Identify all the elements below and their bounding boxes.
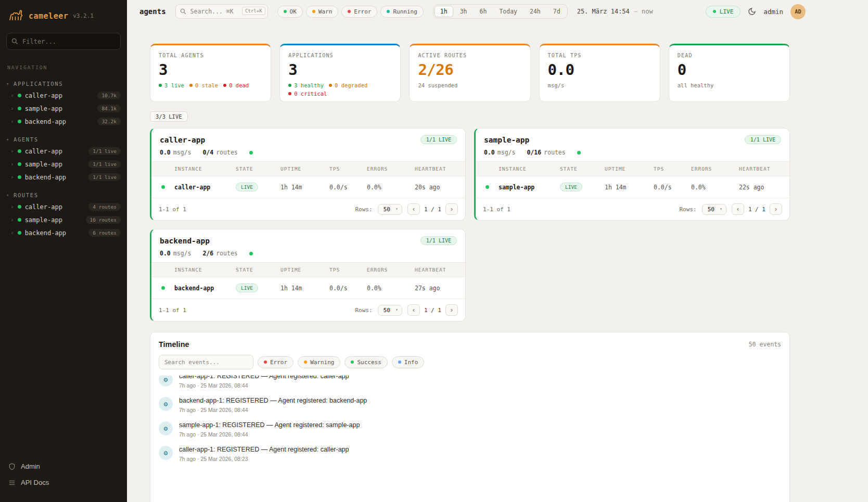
section-applications: ▾ APPLICATIONS › caller-app 10.7k › samp… <box>0 79 127 128</box>
sidebar-item-badge: 6 routes <box>88 229 121 237</box>
sidebar-item-app-sample-app[interactable]: › sample-app 84.1k <box>0 102 127 115</box>
event-filter-warning[interactable]: Warning <box>298 356 340 368</box>
chevron-right-icon: › <box>10 92 14 99</box>
admin-link[interactable]: Admin <box>8 458 119 474</box>
section-header-routes[interactable]: ▾ ROUTES <box>0 190 127 200</box>
range-button-1h[interactable]: 1h <box>435 6 453 17</box>
column-header: INSTANCE <box>174 162 236 176</box>
status-dot <box>18 107 21 110</box>
event-filter-success[interactable]: Success <box>344 356 387 368</box>
next-page-button[interactable]: › <box>445 304 458 316</box>
health-dot <box>577 151 581 155</box>
event-list: ⚙ caller-app-1: REGISTERED — Agent regis… <box>150 376 789 502</box>
global-search: Ctrl+K <box>175 4 268 19</box>
prev-page-button[interactable]: ‹ <box>732 203 744 215</box>
filter-chip-running[interactable]: Running <box>380 6 423 18</box>
api-docs-link[interactable]: API Docs <box>8 474 119 491</box>
rows-value: 50 <box>708 206 714 213</box>
filter-chip-warn[interactable]: Warn <box>306 6 339 18</box>
rows-label: Rows: <box>355 206 373 213</box>
column-header: ERRORS <box>367 263 415 277</box>
table-header: INSTANCE STATE UPTIME TPS ERRORS HEARTBE… <box>476 162 789 176</box>
status-dot <box>18 149 21 153</box>
sidebar-item-badge: 32.2k <box>97 118 121 125</box>
stat-value: 3 <box>288 61 392 79</box>
chip-label: Info <box>404 359 418 366</box>
range-button-3h[interactable]: 3h <box>454 6 473 17</box>
rows-value: 50 <box>384 206 390 213</box>
meta-text: 3 live <box>164 82 184 88</box>
live-label: LIVE <box>720 8 734 15</box>
stat-label: TOTAL AGENTS <box>159 53 262 58</box>
status-dot <box>288 84 291 87</box>
sidebar-item-routes-sample-app[interactable]: › sample-app 16 routes <box>0 213 127 226</box>
search-icon <box>180 8 186 15</box>
rows-per-page-select[interactable]: 50▾ <box>702 204 726 215</box>
range-button-today[interactable]: Today <box>493 6 523 17</box>
sidebar-item-agent-backend-app[interactable]: › backend-app 1/1 live <box>0 171 127 184</box>
dark-mode-toggle[interactable] <box>748 7 756 16</box>
rate-unit: msg/s <box>173 250 192 257</box>
table-header: INSTANCE STATE UPTIME TPS ERRORS HEARTBE… <box>151 162 465 176</box>
pagination: ‹ 1 / 1 › <box>407 203 458 215</box>
rate-value: 0.0 <box>160 149 171 156</box>
section-agents: ▾ AGENTS › caller-app 1/1 live › sample-… <box>0 134 127 184</box>
row-range: 1-1 of 1 <box>483 206 510 213</box>
app-card-header: caller-app 1/1 LIVE <box>151 128 465 149</box>
sidebar-item-label: caller-app <box>25 203 62 211</box>
sidebar-filter-input[interactable] <box>6 33 121 50</box>
stat-cards: TOTAL AGENTS 3 3 live 0 stale 0 dead APP… <box>150 44 790 102</box>
section-header-agents[interactable]: ▾ AGENTS <box>0 134 127 145</box>
timeline-toolbar: Error Warning Success Info <box>150 355 789 376</box>
column-header: TPS <box>654 162 691 176</box>
status-dot <box>312 10 315 13</box>
rate-unit: msg/s <box>497 149 516 156</box>
avatar[interactable]: AD <box>790 4 806 19</box>
rows-label: Rows: <box>355 307 373 314</box>
chevron-right-icon: › <box>10 148 14 155</box>
app-card-backend-app: backend-app 1/1 LIVE 0.0msg/s 2/6routes … <box>150 229 466 321</box>
filter-chip-error[interactable]: Error <box>341 6 377 18</box>
live-count-badge: 1/1 LIVE <box>420 135 457 144</box>
next-page-button[interactable]: › <box>445 203 458 215</box>
date-separator: — <box>634 8 637 15</box>
event-time: 7h ago · 25 Mar 2026, 08:23 <box>179 456 349 462</box>
rows-per-page-select[interactable]: 50▾ <box>378 204 402 215</box>
sidebar-item-badge: 84.1k <box>97 105 121 112</box>
sidebar-item-badge: 10.7k <box>97 92 121 99</box>
sidebar-item-app-backend-app[interactable]: › backend-app 32.2k <box>0 115 127 128</box>
sidebar-item-routes-caller-app[interactable]: › caller-app 4 routes <box>0 200 127 213</box>
filter-chip-ok[interactable]: OK <box>277 6 303 18</box>
state-badge: LIVE <box>236 183 258 191</box>
event-filter-info[interactable]: Info <box>392 356 425 368</box>
events-search-input[interactable] <box>159 355 253 369</box>
table-row[interactable]: caller-app LIVE 1h 14m 0.0/s 0.0% 20s ag… <box>151 176 465 198</box>
table-row[interactable]: sample-app LIVE 1h 14m 0.0/s 0.0% 22s ag… <box>476 176 789 198</box>
stat-label: APPLICATIONS <box>288 53 392 58</box>
rows-per-page-select[interactable]: 50▾ <box>378 305 402 316</box>
meta-text: 0 dead <box>229 82 249 88</box>
status-dot <box>284 10 287 13</box>
state-badge: LIVE <box>236 284 258 292</box>
pagination: ‹ 1 / 1 › <box>407 304 458 316</box>
prev-page-button[interactable]: ‹ <box>407 203 420 215</box>
range-button-7d[interactable]: 7d <box>547 6 566 17</box>
sidebar-item-app-caller-app[interactable]: › caller-app 10.7k <box>0 89 127 102</box>
sidebar-item-agent-caller-app[interactable]: › caller-app 1/1 live <box>0 145 127 158</box>
topbar: agents Ctrl+K OK Warn Error Running <box>127 0 868 23</box>
uptime-cell: 1h 14m <box>280 177 329 197</box>
sidebar-item-agent-sample-app[interactable]: › sample-app 1/1 live <box>0 158 127 171</box>
range-button-24h[interactable]: 24h <box>524 6 546 17</box>
sidebar-item-routes-backend-app[interactable]: › backend-app 6 routes <box>0 226 127 239</box>
next-page-button[interactable]: › <box>770 203 782 215</box>
event-filter-error[interactable]: Error <box>258 356 293 368</box>
live-summary-badge: 3/3 LIVE <box>150 111 188 122</box>
range-button-6h[interactable]: 6h <box>474 6 493 17</box>
event-title: caller-app-1: REGISTERED — Agent registe… <box>179 376 349 380</box>
table-row[interactable]: backend-app LIVE 1h 14m 0.0/s 0.0% 27s a… <box>151 277 465 299</box>
prev-page-button[interactable]: ‹ <box>407 304 420 316</box>
status-dot <box>348 10 351 13</box>
gear-icon: ⚙ <box>159 446 173 460</box>
rows-label: Rows: <box>680 206 697 213</box>
section-header-applications[interactable]: ▾ APPLICATIONS <box>0 79 127 89</box>
